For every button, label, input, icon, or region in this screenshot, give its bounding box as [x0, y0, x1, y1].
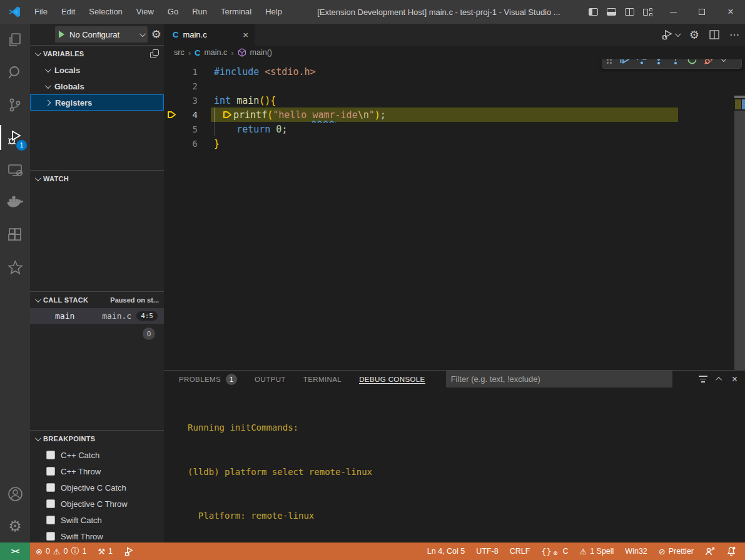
customize-layout-icon[interactable] — [643, 8, 652, 16]
breakpoint-cpp-throw[interactable]: C++ Throw — [30, 463, 164, 479]
menu-selection[interactable]: Selection — [82, 3, 129, 21]
docker-icon — [6, 194, 24, 211]
continue-icon — [619, 59, 630, 64]
step-out-button[interactable] — [667, 59, 684, 68]
more-debug-actions[interactable] — [717, 59, 727, 62]
debug-status[interactable] — [118, 542, 140, 560]
encoding-label: UTF-8 — [476, 547, 498, 556]
breadcrumb-folder[interactable]: src — [174, 48, 185, 57]
checkbox[interactable] — [46, 499, 55, 508]
problems-status[interactable]: ⊗ 0 ⚠ 0 ⓘ 1 — [30, 542, 92, 560]
breakpoint-cpp-catch[interactable]: C++ Catch — [30, 447, 164, 463]
language-mode[interactable]: {} ⊗ C — [535, 542, 574, 560]
menu-file[interactable]: File — [28, 3, 54, 21]
checkbox[interactable] — [46, 451, 55, 459]
menu-view[interactable]: View — [129, 3, 161, 21]
debug-console-output[interactable]: Running initCommands: (lldb) platform se… — [164, 388, 745, 560]
close-panel-icon[interactable]: × — [732, 374, 737, 385]
tab-close-icon[interactable]: × — [243, 29, 248, 40]
tab-main-c[interactable]: C main.c × — [164, 24, 255, 46]
continue-button[interactable] — [616, 59, 633, 68]
breakpoint-objc-catch[interactable]: Objective C Catch — [30, 479, 164, 496]
run-or-debug-button[interactable] — [661, 29, 679, 41]
open-launch-config-icon[interactable]: ⚙ — [151, 27, 161, 42]
variables-row-globals[interactable]: Globals — [30, 78, 164, 94]
variables-row-registers[interactable]: Registers — [30, 94, 164, 111]
tab-terminal[interactable]: TERMINAL — [303, 371, 342, 388]
step-into-button[interactable] — [650, 59, 667, 68]
tab-output[interactable]: OUTPUT — [255, 371, 286, 388]
formatter-status[interactable]: ⊘ Prettier — [653, 542, 699, 560]
variables-row-locals[interactable]: Locals — [30, 62, 164, 78]
breakpoints-header[interactable]: BREAKPOINTS — [30, 431, 164, 447]
step-over-button[interactable] — [633, 59, 650, 68]
cursor-position[interactable]: Ln 4, Col 5 — [422, 542, 470, 560]
feedback-status[interactable] — [699, 542, 721, 560]
activity-accounts[interactable] — [0, 478, 30, 510]
menu-go[interactable]: Go — [161, 3, 185, 21]
menu-help[interactable]: Help — [258, 3, 289, 21]
split-editor-icon[interactable] — [709, 30, 719, 39]
activity-explorer[interactable] — [0, 24, 30, 56]
activity-custom-view[interactable] — [0, 251, 30, 284]
maximize-panel-icon[interactable] — [716, 377, 722, 383]
maximize-button[interactable] — [687, 0, 716, 24]
toolbar-drag-handle[interactable] — [602, 59, 616, 64]
activity-search[interactable] — [0, 56, 30, 89]
scrollbar-slider[interactable] — [734, 111, 745, 370]
variables-header[interactable]: VARIABLES — [30, 46, 164, 62]
breakpoint-gutter[interactable] — [164, 111, 179, 119]
start-debug-icon[interactable] — [59, 31, 64, 38]
toggle-panel-icon[interactable] — [607, 8, 616, 16]
more-actions-icon[interactable]: ⋯ — [729, 29, 740, 41]
remote-indicator[interactable]: >< — [0, 542, 30, 560]
code-editor[interactable]: 1 #include <stdio.h> 2 3 int main(){ — [164, 59, 745, 370]
line-number: 6 — [179, 139, 198, 149]
filter-icon[interactable] — [699, 376, 707, 382]
platform-status[interactable]: Win32 — [619, 542, 652, 560]
call-stack-header[interactable]: CALL STACK Paused on st... — [30, 292, 164, 308]
console-filter-input[interactable] — [446, 371, 672, 388]
activity-docker[interactable] — [0, 186, 30, 219]
checkbox[interactable] — [46, 532, 55, 541]
checkbox[interactable] — [46, 467, 55, 476]
activity-run-debug[interactable]: 1 — [0, 121, 30, 154]
tab-problems[interactable]: PROBLEMS 1 — [179, 371, 237, 388]
toggle-secondary-sidebar-icon[interactable] — [625, 8, 634, 16]
breadcrumb-symbol[interactable]: main() — [250, 48, 272, 57]
menu-terminal[interactable]: Terminal — [214, 3, 258, 21]
eol-sequence[interactable]: CRLF — [504, 542, 536, 560]
step-over-icon — [636, 59, 647, 65]
toggle-sidebar-icon[interactable] — [589, 8, 598, 16]
collapse-all-icon[interactable] — [150, 49, 159, 58]
notifications[interactable] — [721, 542, 745, 560]
editor-scrollbar[interactable] — [734, 59, 745, 370]
chevron-right-icon — [45, 99, 51, 106]
checkbox[interactable] — [46, 483, 55, 492]
activity-remote-explorer[interactable] — [0, 154, 30, 186]
encoding[interactable]: UTF-8 — [470, 542, 504, 560]
activity-settings[interactable]: ⚙ — [0, 510, 30, 542]
vscode-logo-icon — [8, 5, 21, 19]
menu-edit[interactable]: Edit — [54, 3, 82, 21]
breakpoint-objc-throw[interactable]: Objective C Throw — [30, 496, 164, 512]
restart-button[interactable] — [684, 59, 701, 68]
debug-config-dropdown[interactable]: No Configurat — [55, 26, 148, 42]
breakpoint-swift-catch[interactable]: Swift Catch — [30, 512, 164, 528]
toolchain-status[interactable]: ⚒ 1 — [92, 542, 118, 560]
settings-gear-icon[interactable]: ⚙ — [689, 28, 699, 42]
call-stack-frame-row[interactable]: main main.c 4:5 — [30, 308, 164, 324]
code-line-4-current: 4 printf("hello wamr-ide\n"); — [164, 108, 745, 122]
spell-checker-status[interactable]: ⚠ 1 Spell — [574, 542, 619, 560]
watch-header[interactable]: WATCH — [30, 171, 164, 187]
minimize-button[interactable] — [659, 0, 687, 24]
activity-source-control[interactable] — [0, 89, 30, 121]
checkbox[interactable] — [46, 516, 55, 524]
tab-debug-console[interactable]: DEBUG CONSOLE — [359, 371, 425, 388]
breadcrumb-file[interactable]: main.c — [204, 48, 227, 57]
disconnect-button[interactable] — [701, 59, 717, 68]
menu-run[interactable]: Run — [185, 3, 214, 21]
editor-group: C main.c × ⚙ ⋯ src — [164, 24, 745, 542]
activity-extensions[interactable] — [0, 219, 30, 251]
close-button[interactable]: × — [716, 0, 745, 24]
